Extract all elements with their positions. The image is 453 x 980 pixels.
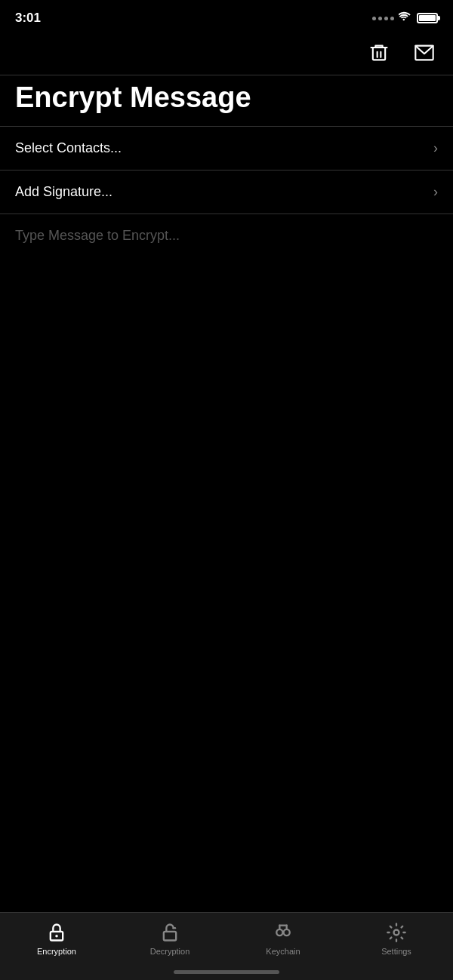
toolbar	[0, 33, 453, 75]
page-title: Encrypt Message	[0, 75, 453, 126]
signal-icon	[372, 17, 394, 20]
tab-encryption[interactable]: Encryption	[0, 920, 113, 957]
message-placeholder: Type Message to Encrypt...	[15, 228, 180, 243]
tab-encryption-label: Encryption	[37, 947, 76, 956]
settings-icon	[386, 922, 407, 943]
keychain-icon	[273, 922, 294, 943]
svg-point-5	[55, 935, 58, 938]
tab-decryption-label: Decryption	[150, 947, 190, 956]
tab-keychain[interactable]: Keychain	[226, 920, 340, 957]
mail-button[interactable]	[411, 39, 438, 69]
trash-icon	[368, 42, 390, 63]
trash-button[interactable]	[365, 39, 393, 69]
signature-chevron-icon: ›	[433, 184, 438, 200]
mail-icon	[414, 42, 435, 63]
svg-point-8	[284, 929, 290, 935]
status-icons	[372, 11, 438, 25]
wifi-icon	[399, 11, 412, 25]
svg-point-12	[394, 930, 399, 935]
tab-settings-label: Settings	[381, 947, 411, 956]
status-time: 3:01	[15, 11, 41, 26]
contacts-chevron-icon: ›	[433, 140, 438, 156]
add-signature-item[interactable]: Add Signature... ›	[0, 171, 453, 214]
message-input-area[interactable]: Type Message to Encrypt...	[0, 214, 453, 365]
svg-point-7	[276, 929, 282, 935]
tab-decryption[interactable]: Decryption	[113, 920, 226, 957]
lock-icon	[46, 922, 67, 943]
select-contacts-label: Select Contacts...	[15, 140, 122, 156]
svg-rect-0	[373, 48, 385, 60]
home-indicator	[174, 970, 279, 974]
tab-bar: Encryption Decryption Keychain	[0, 912, 453, 980]
add-signature-label: Add Signature...	[15, 184, 112, 200]
tab-settings[interactable]: Settings	[340, 920, 453, 957]
battery-icon	[417, 13, 438, 23]
select-contacts-item[interactable]: Select Contacts... ›	[0, 127, 453, 171]
unlock-icon	[159, 922, 180, 943]
svg-rect-6	[164, 932, 176, 941]
status-bar: 3:01	[0, 0, 453, 33]
tab-keychain-label: Keychain	[266, 947, 300, 956]
